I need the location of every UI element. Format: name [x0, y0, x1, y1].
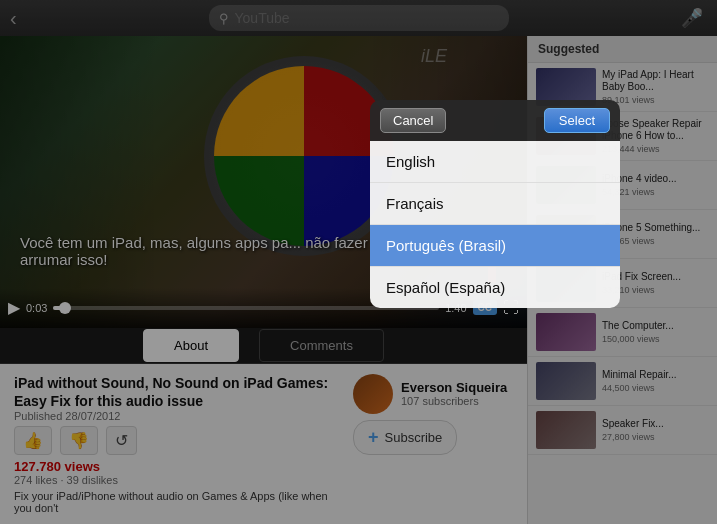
cancel-button[interactable]: Cancel: [380, 108, 446, 133]
language-item-en[interactable]: English: [370, 141, 620, 183]
language-item-fr[interactable]: Français: [370, 183, 620, 225]
modal-header: Cancel Select: [370, 100, 620, 141]
language-item-es[interactable]: Español (España): [370, 267, 620, 308]
select-button[interactable]: Select: [544, 108, 610, 133]
language-list: English Français Português (Brasil) Espa…: [370, 141, 620, 308]
language-item-pt[interactable]: Português (Brasil): [370, 225, 620, 267]
modal-overlay[interactable]: Cancel Select English Français Português…: [0, 0, 717, 524]
language-picker-dialog: Cancel Select English Français Português…: [370, 100, 620, 308]
